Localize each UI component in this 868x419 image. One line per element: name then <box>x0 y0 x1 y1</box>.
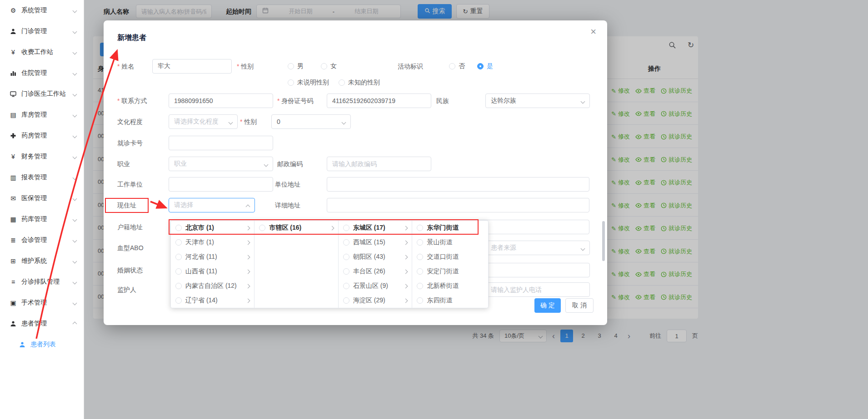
cascader-option[interactable]: 北新桥街道 <box>412 279 488 293</box>
chevron-down-icon <box>229 120 233 125</box>
cancel-button[interactable]: 取 消 <box>565 298 594 313</box>
cascader-option[interactable]: 海淀区 (29) <box>339 293 412 308</box>
guardian-phone-input[interactable] <box>485 282 590 297</box>
radio-icon <box>343 297 349 304</box>
radio-icon <box>175 254 182 260</box>
occupation-select[interactable]: 职业 <box>169 157 273 171</box>
cascader-option[interactable]: 丰台区 (26) <box>339 264 412 279</box>
bar-chart-icon <box>9 70 17 76</box>
cascader-option[interactable]: 景山街道 <box>412 235 488 250</box>
close-icon[interactable]: × <box>590 27 596 37</box>
cascader-option[interactable]: 天津市 (1) <box>171 235 254 250</box>
sidebar-item-label: 门诊管理 <box>21 27 73 35</box>
radio-icon <box>417 254 423 260</box>
sidebar-item-patient-list[interactable]: 患者列表 <box>0 334 84 355</box>
sidebar-item-pharmacy-management[interactable]: 药房管理 <box>0 125 84 146</box>
sidebar-item-inpatient-management[interactable]: 住院管理 <box>0 63 84 84</box>
cascader-option[interactable]: 内蒙古自治区 (12) <box>171 279 254 293</box>
chevron-right-icon <box>404 269 408 274</box>
chevron-down-icon <box>73 175 77 180</box>
sidebar-item-medical-insurance-management[interactable]: ✉ 医保管理 <box>0 188 84 209</box>
cascader-option[interactable]: 东城区 (17) <box>339 221 412 235</box>
cascader-option[interactable]: 北京市 (1) <box>171 221 254 235</box>
sidebar-item-label: 系统管理 <box>21 6 73 15</box>
radio-icon <box>259 225 265 231</box>
lines-icon: ≡ <box>9 278 17 286</box>
confirm-button[interactable]: 确 定 <box>534 298 561 313</box>
radio-icon <box>343 254 349 260</box>
chevron-down-icon <box>73 154 77 159</box>
id-number-label: 身份证号码 <box>277 94 313 108</box>
sidebar-item-maintenance-system[interactable]: ⊞ 维护系统 <box>0 251 84 271</box>
active-flag-no-radio[interactable]: 否 <box>449 59 465 74</box>
radio-icon <box>175 239 182 246</box>
chevron-right-icon <box>246 226 250 230</box>
radio-icon <box>343 225 349 231</box>
cascader-option[interactable]: 东四街道 <box>412 293 488 308</box>
radio-icon <box>288 79 294 86</box>
sidebar-item-outpatient-management[interactable]: 门诊管理 <box>0 21 84 42</box>
gender-female-radio[interactable]: 女 <box>321 59 337 74</box>
postal-code-input[interactable] <box>327 157 431 171</box>
radio-icon <box>417 225 423 231</box>
sidebar-item-outpatient-doctor-workstation[interactable]: 门诊医生工作站 <box>0 84 84 104</box>
active-flag-yes-radio[interactable]: 是 <box>477 59 493 74</box>
radio-icon <box>175 283 182 289</box>
chevron-down-icon <box>264 163 269 167</box>
patient-source-select[interactable]: 患者来源 <box>485 241 590 255</box>
blood-type-label: 血型ABO <box>117 241 144 255</box>
sidebar-item-system-management[interactable]: ⚙ 系统管理 <box>0 0 84 21</box>
cascader-option[interactable]: 市辖区 (16) <box>254 221 338 235</box>
sidebar-item-billing-workstation[interactable]: ¥ 收费工作站 <box>0 42 84 63</box>
cascader-option[interactable]: 石景山区 (9) <box>339 279 412 293</box>
gender-unknown-radio[interactable]: 未知的性别 <box>339 75 380 90</box>
ethnicity-select[interactable]: 达斡尔族 <box>485 94 590 108</box>
modal-scrollbar[interactable] <box>602 221 605 261</box>
gender-label: 性别 <box>237 59 254 74</box>
cascader-option[interactable]: 辽宁省 (14) <box>171 293 254 308</box>
sidebar-item-triage-queue-management[interactable]: ≡ 分诊排队管理 <box>0 271 84 292</box>
add-patient-modal: 新增患者 × 姓名 性别 男 女 活动标识 否 是 未说明性别 未知的性别 联系… <box>104 20 607 325</box>
chevron-down-icon <box>73 92 77 96</box>
visit-card-input[interactable] <box>169 136 273 150</box>
sidebar-item-warehouse-management[interactable]: ▤ 库房管理 <box>0 104 84 125</box>
gender-unspecified-radio[interactable]: 未说明性别 <box>288 75 329 90</box>
marital-row-input[interactable] <box>485 263 590 277</box>
cascader-option[interactable]: 河北省 (11) <box>171 250 254 264</box>
cascader-city-column: 市辖区 (16) <box>254 221 338 308</box>
chevron-right-icon <box>246 284 250 288</box>
cascader-option[interactable]: 安定门街道 <box>412 264 488 279</box>
unit-address-input[interactable] <box>327 177 589 192</box>
work-unit-input[interactable] <box>169 177 273 192</box>
sidebar-item-consultation-management[interactable]: ≣ 会诊管理 <box>0 230 84 251</box>
id-number-input[interactable] <box>327 94 431 108</box>
name-input[interactable] <box>152 59 232 74</box>
radio-icon <box>417 283 423 289</box>
radio-icon <box>321 63 327 69</box>
sidebar-item-surgery-management[interactable]: ▣ 手术管理 <box>0 292 84 313</box>
sidebar-item-drug-storage-management[interactable]: ▦ 药库管理 <box>0 209 84 230</box>
sidebar-item-report-management[interactable]: ▥ 报表管理 <box>0 167 84 188</box>
cascader-option[interactable]: 山西省 (11) <box>171 264 254 279</box>
sidebar-item-finance-management[interactable]: ¥ 财务管理 <box>0 146 84 167</box>
cascader-province-column: 北京市 (1) 天津市 (1) 河北省 (11) 山西省 <box>171 221 254 308</box>
gender-male-radio[interactable]: 男 <box>288 59 304 74</box>
cascader-option[interactable]: 东华门街道 <box>412 221 488 235</box>
detail-address-input[interactable] <box>327 198 589 212</box>
sidebar-item-patient-management[interactable]: 患者管理 <box>0 313 84 334</box>
current-address-select[interactable]: 请选择 <box>169 198 255 212</box>
cascader-option[interactable]: 交道口街道 <box>412 250 488 264</box>
chevron-down-icon <box>73 280 77 284</box>
cascader-district-column: 东城区 (17) 西城区 (15) 朝阳区 (43) 丰台 <box>339 221 413 308</box>
chevron-down-icon <box>73 71 77 75</box>
cascader-option[interactable]: 西城区 (15) <box>339 235 412 250</box>
sidebar-item-label: 医保管理 <box>21 194 73 202</box>
education-select[interactable]: 请选择文化程度 <box>169 114 238 129</box>
contact-input[interactable] <box>169 94 273 108</box>
chevron-right-icon <box>404 226 408 230</box>
envelope-icon: ✉ <box>9 195 17 202</box>
cascader-option[interactable]: 朝阳区 (43) <box>339 250 412 264</box>
gender2-select[interactable]: 0 <box>271 114 351 129</box>
sidebar-item-label: 住院管理 <box>21 69 73 77</box>
sidebar-item-label: 报表管理 <box>21 173 73 182</box>
